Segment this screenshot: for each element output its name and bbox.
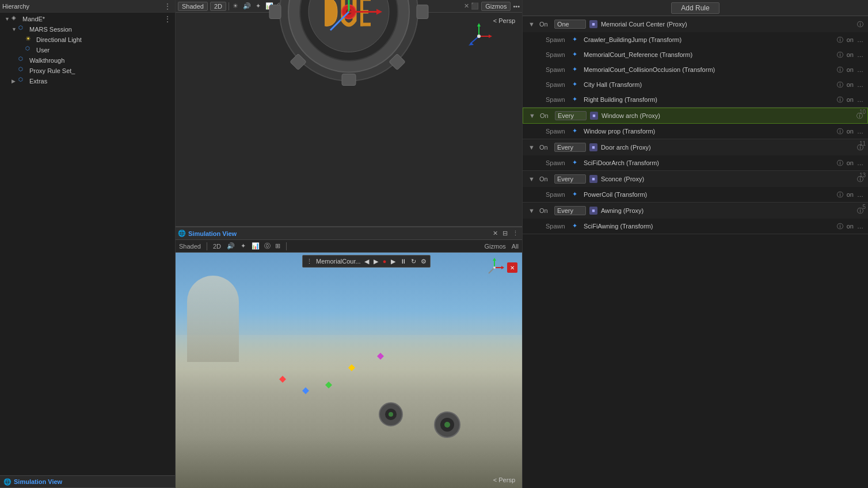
- tree-item-extras[interactable]: ▶ ⬡ Extras: [0, 76, 175, 86]
- rule-collapse-1[interactable]: ▼: [527, 21, 536, 28]
- rule-info-btn-1[interactable]: ⓘ: [857, 20, 863, 29]
- rule-on-label-5: On: [539, 207, 551, 214]
- extras-icon: ⬡: [18, 77, 28, 86]
- tree-item-walkthrough[interactable]: ▶ ⬡ Walkthrough: [0, 55, 175, 66]
- sim-close-btn[interactable]: ✕: [492, 230, 499, 237]
- spawn-info-11-0[interactable]: ⓘ: [837, 159, 843, 167]
- rule-dropdown-13[interactable]: Every One Random: [554, 174, 586, 184]
- sim-expand-btn[interactable]: ⊟: [501, 230, 509, 237]
- sim-pause-btn[interactable]: ⏸: [399, 258, 408, 265]
- spawn-dots-1-3[interactable]: …: [857, 81, 863, 88]
- audio-btn[interactable]: 🔊: [242, 2, 252, 10]
- gizmos-sim-btn[interactable]: Gizmos: [483, 243, 507, 250]
- simulation-view-label: Simulation View: [14, 478, 62, 485]
- spawn-info-10-0[interactable]: ⓘ: [837, 127, 843, 136]
- audio-sim-btn[interactable]: 🔊: [226, 242, 236, 250]
- proxy-label: Proxy Rule Set_: [29, 67, 75, 74]
- spawn-label-5-0: Spawn: [546, 223, 569, 230]
- spawn-info-1-4[interactable]: ⓘ: [837, 96, 843, 104]
- mars-label: MARS Session: [29, 26, 72, 33]
- sim-more-btn[interactable]: ⋮: [511, 230, 520, 237]
- spawn-dots-13-0[interactable]: …: [857, 191, 863, 198]
- 2d-sim-btn[interactable]: 2D: [212, 243, 222, 250]
- hierarchy-list: ▼ ◈ MandE* ⋮ ▼ ⬡ MARS Session ▶ ☀ Direct…: [0, 13, 175, 475]
- rule-dropdown-11[interactable]: Every One Random: [554, 143, 586, 152]
- tree-item-directional-light[interactable]: ▶ ☀ Directional Light: [0, 35, 175, 45]
- rule-number-13: 13: [859, 172, 866, 178]
- spawn-dots-1-4[interactable]: …: [857, 96, 863, 103]
- rule-proxy-icon-13: ■: [589, 175, 597, 183]
- grid-sim-btn[interactable]: ⊞: [274, 242, 281, 250]
- shaded-dropdown-btn[interactable]: Shaded: [178, 2, 208, 11]
- root-dots-button[interactable]: ⋮: [162, 14, 173, 24]
- gear-object-1: [430, 407, 465, 442]
- simulation-content[interactable]: ⋮ MemorialCour... ◀ ▶ ● ▶ ⏸ ↻ ⚙: [176, 253, 522, 488]
- walkthrough-label: Walkthrough: [29, 57, 64, 64]
- rule-proxy-name-13: Sconce (Proxy): [601, 176, 854, 182]
- sim-loop-btn[interactable]: ↻: [410, 258, 417, 265]
- svg-rect-21: [360, 0, 371, 1]
- hierarchy-toolbar: Hierarchy ⋮: [0, 0, 175, 13]
- spawn-dots-1-0[interactable]: …: [857, 36, 863, 43]
- sim-next-btn[interactable]: ▶: [372, 258, 379, 265]
- spawn-name-5-0: SciFiAwning (Transform): [584, 223, 833, 230]
- spawn-dots-5-0[interactable]: …: [857, 223, 863, 230]
- rule-dropdown-5[interactable]: Every One Random: [554, 206, 586, 215]
- spawn-dots-1-1[interactable]: …: [857, 51, 863, 58]
- user-icon: ⬡: [25, 45, 35, 55]
- spawn-dots-1-2[interactable]: …: [857, 66, 863, 73]
- spawn-on-label-1-1: on: [847, 51, 854, 58]
- add-rule-button[interactable]: Add Rule: [671, 2, 719, 14]
- all-sim-btn[interactable]: All: [511, 243, 520, 250]
- spawn-row-1-0: Spawn ✦ Crawler_BuildingJump (Transform)…: [523, 32, 868, 47]
- sim-dots-btn[interactable]: ⋮: [305, 258, 314, 265]
- spawn-icon-11-0: ✦: [572, 159, 580, 167]
- walkthrough-arrow: ▶: [12, 58, 18, 63]
- rule-dropdown-10[interactable]: Every One Random: [555, 111, 587, 120]
- rule-collapse-5[interactable]: ▼: [527, 207, 536, 214]
- mars-icon: ⬡: [18, 25, 28, 34]
- hierarchy-menu-button[interactable]: ⋮: [162, 2, 173, 11]
- rule-collapse-10[interactable]: ▼: [528, 112, 536, 119]
- svg-marker-41: [377, 353, 384, 360]
- shaded-btn[interactable]: Shaded: [178, 243, 202, 250]
- spawn-name-1-2: MemorialCourt_CollisionOcclusion (Transf…: [584, 66, 833, 73]
- fx-btn[interactable]: ✦: [254, 2, 262, 10]
- tree-item-proxy-rule-set[interactable]: ▶ ⬡ Proxy Rule Set_: [0, 66, 175, 76]
- spawn-info-13-0[interactable]: ⓘ: [837, 190, 843, 199]
- rule-proxy-name-11: Door arch (Proxy): [601, 144, 854, 151]
- tree-item-root[interactable]: ▼ ◈ MandE* ⋮: [0, 14, 175, 24]
- sim-settings-btn[interactable]: ⚙: [420, 258, 428, 265]
- spawn-info-1-0[interactable]: ⓘ: [837, 36, 843, 44]
- rule-header-1: ▼ On One Every Random ■ Memorial Court C…: [523, 16, 868, 32]
- spawn-dots-10-0[interactable]: …: [857, 128, 863, 135]
- rule-group-1: ▼ On One Every Random ■ Memorial Court C…: [523, 16, 868, 108]
- spawn-on-label-1-4: on: [847, 96, 854, 103]
- tree-item-user[interactable]: ▶ ⬡ User: [0, 45, 175, 55]
- hierarchy-title-area: Hierarchy: [2, 3, 29, 10]
- spawn-info-1-3[interactable]: ⓘ: [837, 81, 843, 89]
- 2d-btn[interactable]: 2D: [210, 2, 226, 11]
- light-btn[interactable]: ☀: [231, 2, 239, 10]
- spawn-info-1-2[interactable]: ⓘ: [837, 66, 843, 74]
- light-arrow: ▶: [18, 37, 25, 43]
- rule-header-10: ▼ On Every One Random ■ Window arch (Pro…: [523, 108, 868, 124]
- gizmos-btn[interactable]: Gizmos: [481, 2, 511, 11]
- tree-item-mars-session[interactable]: ▼ ⬡ MARS Session: [0, 24, 175, 35]
- spawn-dots-11-0[interactable]: …: [857, 159, 863, 166]
- close-overlay-btn[interactable]: ✕: [507, 262, 517, 273]
- sim-record-btn[interactable]: ●: [382, 258, 388, 265]
- spawn-label-11-0: Spawn: [546, 159, 569, 166]
- sim-inner-toolbar: ⋮ MemorialCour... ◀ ▶ ● ▶ ⏸ ↻ ⚙: [302, 255, 431, 268]
- gem-green: [325, 382, 332, 390]
- rule-dropdown-1[interactable]: One Every Random: [554, 20, 586, 29]
- sim-play-btn[interactable]: ▶: [390, 258, 397, 265]
- sim-prev-btn[interactable]: ◀: [363, 258, 370, 265]
- rule-collapse-13[interactable]: ▼: [527, 176, 536, 182]
- rule-collapse-11[interactable]: ▼: [527, 144, 536, 151]
- spawn-info-5-0[interactable]: ⓘ: [837, 222, 843, 231]
- spawn-on-label-10-0: on: [847, 128, 854, 135]
- fx-sim-btn[interactable]: ✦: [239, 242, 247, 250]
- stats-sim-btn[interactable]: 📊: [250, 242, 261, 250]
- spawn-info-1-1[interactable]: ⓘ: [837, 51, 843, 59]
